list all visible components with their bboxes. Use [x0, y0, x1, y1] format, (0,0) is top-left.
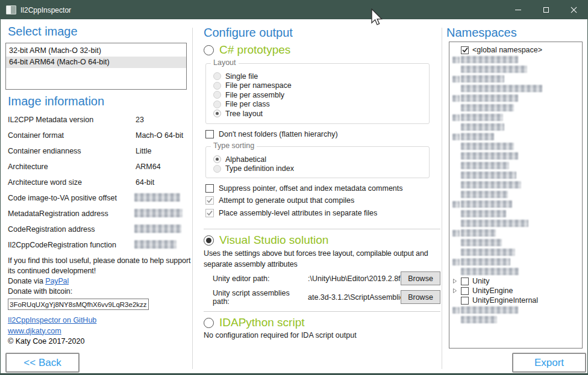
website-link[interactable]: www.djkaty.com — [8, 326, 96, 337]
expander-icon[interactable] — [452, 278, 461, 284]
expander-spacer — [452, 201, 461, 208]
csharp-prototypes-radio[interactable] — [204, 45, 214, 55]
image-listbox[interactable]: 32-bit ARM (Mach-O 32-bit)64-bit ARM64 (… — [5, 43, 187, 90]
attempt-to-generate-option[interactable]: Attempt to generate output that compiles — [205, 196, 403, 206]
layout-group-title: Layout — [211, 58, 239, 67]
visual-studio-solution-label: Visual Studio solution — [219, 234, 328, 247]
github-link[interactable]: Il2CppInspector on GitHub — [8, 315, 96, 326]
csharp-prototypes-label: C# prototypes — [219, 43, 290, 57]
info-row-coderegistration-address: CodeRegistration address — [8, 222, 189, 238]
namespace-unityengineinternal[interactable]: UnityEngineInternal — [452, 296, 582, 305]
redacted-expander — [452, 307, 460, 314]
visual-studio-fields: Unity editor path::\Unity\Hub\Editor\201… — [213, 269, 440, 306]
namespace-unity-checkbox[interactable] — [461, 277, 469, 285]
redacted-namespace — [461, 229, 496, 237]
namespace-label: UnityEngineInternal — [472, 296, 538, 305]
redacted-namespace — [461, 210, 506, 217]
namespaces-list[interactable]: <global namespace>UnityUnityEngineUnityE… — [449, 42, 583, 349]
layout-file-per-class-option[interactable]: File per class — [213, 100, 429, 110]
typesort-alphabetical-option[interactable]: Alphabetical — [213, 155, 429, 164]
redacted-expander — [452, 134, 460, 140]
namespace-row-redacted — [452, 74, 582, 84]
namespace-row-redacted — [452, 199, 582, 209]
field-label: Unity editor path: — [213, 274, 308, 283]
info-label: Code image-to-VA positive offset — [8, 194, 117, 202]
copyright-text: © Katy Coe 2017-2020 — [8, 336, 96, 347]
flatten-hierarchy-checkbox[interactable] — [205, 130, 214, 138]
redacted-namespace — [461, 56, 518, 63]
back-button[interactable]: << Back — [5, 353, 80, 373]
titlebar[interactable]: Il2CppInspector — [1, 1, 587, 19]
visual-studio-solution-option[interactable]: Visual Studio solution — [204, 233, 328, 247]
typesort-type-definition-index-option[interactable]: Type definition index — [213, 164, 429, 174]
browse-unity-editor-path-button[interactable]: Browse — [401, 271, 440, 285]
namespace-unityengine[interactable]: UnityEngine — [452, 286, 582, 296]
layout-file-per-assembly-radio[interactable] — [213, 91, 221, 99]
layout-file-per-namespace-radio[interactable] — [213, 82, 221, 90]
maximize-button[interactable] — [532, 1, 560, 19]
namespace-unity[interactable]: Unity — [452, 276, 582, 286]
namespace-row-redacted — [452, 84, 582, 93]
namespace-row-redacted — [452, 55, 582, 64]
minimize-button[interactable] — [504, 1, 532, 19]
namespace-row-redacted — [452, 103, 582, 113]
layout-tree-layout-option[interactable]: Tree layout — [213, 109, 429, 119]
namespace-row-redacted — [452, 93, 582, 103]
idapython-description: No configuration required for IDA script… — [204, 331, 357, 339]
typesort-alphabetical-radio[interactable] — [213, 155, 221, 163]
info-value: Little — [136, 147, 151, 155]
namespace-global-namespace-checkbox[interactable] — [461, 46, 469, 54]
field-unity-script-assemblies-path: Unity script assemblies path:ate.3d-3.1.… — [213, 288, 440, 306]
paypal-link[interactable]: PayPal — [45, 277, 69, 285]
suppress-pointer-offset-checkbox[interactable] — [205, 184, 214, 193]
image-option-64-bit-arm64-mach-o-64-bit[interactable]: 64-bit ARM64 (Mach-O 64-bit) — [6, 57, 186, 68]
info-row-architecture-word-size: Architecture word size64-bit — [8, 175, 189, 191]
namespace-row-redacted — [452, 132, 582, 141]
csharp-prototypes-option[interactable]: C# prototypes — [204, 43, 290, 57]
namespace-global-namespace[interactable]: <global namespace> — [452, 45, 582, 55]
redacted-expander — [452, 259, 460, 265]
redacted-value — [134, 225, 181, 233]
idapython-script-option[interactable]: IDAPython script — [204, 315, 305, 330]
visual-studio-solution-radio[interactable] — [204, 235, 214, 246]
bitcoin-address-input[interactable] — [8, 299, 149, 310]
expander-icon[interactable] — [452, 288, 461, 294]
namespace-unityengineinternal-checkbox[interactable] — [461, 297, 469, 305]
redacted-namespace — [461, 114, 503, 121]
redacted-namespace — [461, 239, 502, 246]
field-label: Unity script assemblies path: — [213, 289, 308, 306]
namespace-unityengine-checkbox[interactable] — [461, 287, 469, 295]
close-button[interactable] — [560, 1, 587, 19]
layout-file-per-assembly-option[interactable]: File per assembly — [213, 90, 429, 100]
typesort-type-definition-index-radio[interactable] — [213, 165, 221, 173]
namespace-row-redacted — [452, 267, 582, 276]
expander-spacer — [452, 76, 461, 82]
expander-spacer — [452, 307, 461, 314]
browse-unity-script-assemblies-path-button[interactable]: Browse — [401, 290, 440, 304]
layout-tree-layout-radio[interactable] — [213, 110, 221, 117]
donate-via-line: Donate via PayPal — [8, 276, 193, 287]
expander-spacer — [452, 95, 461, 102]
section-separator — [204, 311, 440, 312]
output-option-checkboxes: Suppress pointer, offset and index metad… — [205, 184, 403, 218]
layout-single-file-option[interactable]: Single file — [213, 72, 429, 81]
image-option-32-bit-arm-mach-o-32-bit[interactable]: 32-bit ARM (Mach-O 32-bit) — [6, 45, 186, 57]
redacted-namespace — [461, 162, 509, 169]
close-icon — [570, 6, 578, 14]
donate-message: If you find this tool useful, please don… — [8, 256, 193, 276]
field-unity-editor-path: Unity editor path::\Unity\Hub\Editor\201… — [213, 269, 440, 288]
redacted-namespace — [461, 316, 497, 323]
layout-file-per-class-radio[interactable] — [213, 101, 221, 108]
place-assembly-level-checkbox[interactable] — [205, 209, 214, 217]
layout-file-per-namespace-option[interactable]: File per namespace — [213, 81, 429, 91]
place-assembly-level-option[interactable]: Place assembly-level attributes in separ… — [205, 208, 403, 218]
flatten-hierarchy-option[interactable]: Don't nest folders (flatten hierarchy) — [205, 129, 338, 139]
info-value: 23 — [136, 116, 144, 124]
field-value: ate.3d-3.1.2\ScriptAssemblies — [308, 293, 401, 302]
namespace-label: <global namespace> — [472, 46, 542, 54]
suppress-pointer-offset-option[interactable]: Suppress pointer, offset and index metad… — [205, 184, 403, 193]
export-button[interactable]: Export — [512, 353, 586, 373]
idapython-script-radio[interactable] — [204, 318, 214, 328]
attempt-to-generate-checkbox[interactable] — [205, 196, 214, 205]
layout-single-file-radio[interactable] — [213, 72, 221, 80]
